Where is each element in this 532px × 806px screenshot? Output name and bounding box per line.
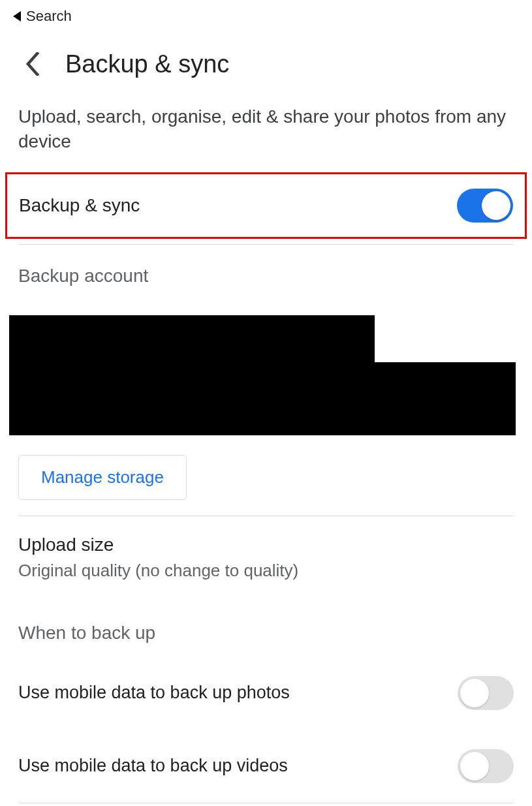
mobile-data-photos-label: Use mobile data to back up photos bbox=[18, 683, 290, 703]
toggle-knob bbox=[460, 679, 489, 707]
backup-sync-row: Backup & sync bbox=[5, 172, 527, 239]
backup-sync-label: Backup & sync bbox=[19, 195, 140, 216]
upload-size-title: Upload size bbox=[18, 535, 514, 555]
divider bbox=[18, 803, 514, 803]
manage-storage-button[interactable]: Manage storage bbox=[18, 455, 187, 500]
redacted-block bbox=[9, 315, 375, 362]
chevron-left-icon bbox=[25, 52, 40, 76]
mobile-data-photos-row: Use mobile data to back up photos bbox=[0, 657, 532, 730]
status-bar[interactable]: Search bbox=[0, 0, 532, 30]
mobile-data-photos-toggle[interactable] bbox=[458, 676, 514, 710]
page-description: Upload, search, organise, edit & share y… bbox=[0, 98, 532, 172]
back-button[interactable] bbox=[18, 50, 47, 78]
backup-account-label: Backup account bbox=[0, 245, 532, 300]
mobile-data-videos-label: Use mobile data to back up videos bbox=[18, 756, 288, 776]
mobile-data-videos-toggle[interactable] bbox=[458, 749, 514, 783]
when-to-backup-label: When to back up bbox=[0, 590, 532, 657]
backup-sync-toggle[interactable] bbox=[457, 189, 513, 223]
redacted-block bbox=[9, 362, 516, 435]
upload-size-row[interactable]: Upload size Original quality (no change … bbox=[0, 516, 532, 590]
page-title: Backup & sync bbox=[65, 50, 229, 78]
account-redacted-area bbox=[9, 315, 523, 435]
toggle-knob bbox=[482, 191, 510, 220]
toggle-knob bbox=[460, 752, 489, 781]
upload-size-subtitle: Original quality (no change to quality) bbox=[18, 561, 514, 581]
mobile-data-videos-row: Use mobile data to back up videos bbox=[0, 730, 532, 803]
header: Backup & sync bbox=[0, 30, 532, 98]
status-back-label: Search bbox=[26, 8, 72, 25]
back-triangle-icon bbox=[13, 11, 21, 22]
